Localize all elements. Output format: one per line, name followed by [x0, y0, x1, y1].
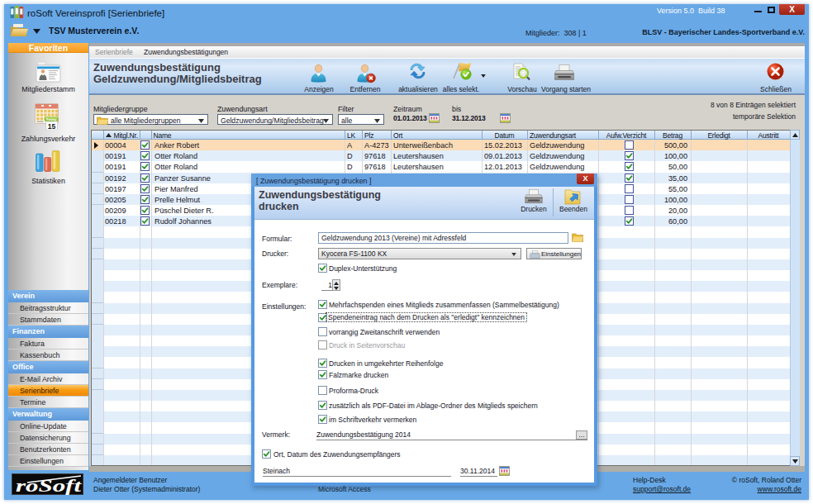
- svg-text:roSoft: roSoft: [16, 477, 83, 496]
- svg-text:Freitag: Freitag: [46, 118, 56, 121]
- svg-text:15: 15: [48, 122, 56, 131]
